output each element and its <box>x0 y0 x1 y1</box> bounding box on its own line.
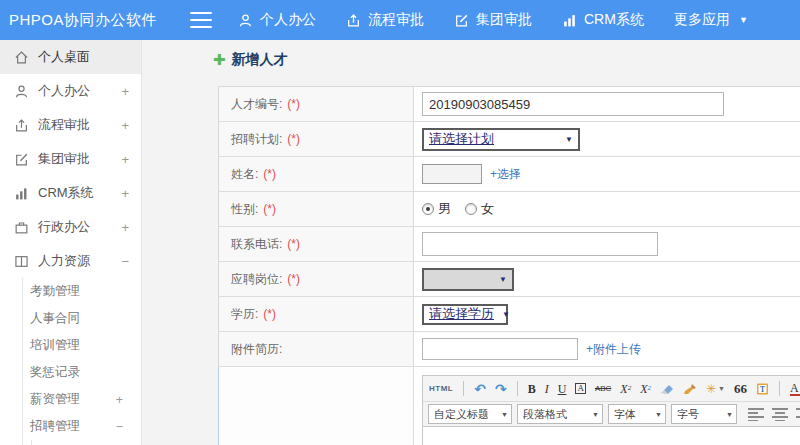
hamburger-menu-icon[interactable] <box>190 12 212 28</box>
caret-down-icon: ▼ <box>726 411 733 418</box>
form-row-position: 应聘岗位:(*) ▼ <box>219 262 800 297</box>
eraser-icon[interactable] <box>660 383 674 395</box>
home-icon <box>14 50 29 65</box>
education-select[interactable]: 请选择学历 ▼ <box>422 304 508 325</box>
expand-minus-icon[interactable]: − <box>121 254 129 269</box>
form-row-name: 姓名:(*) +选择 <box>219 157 800 192</box>
font-color-button[interactable]: A▼ <box>790 382 800 396</box>
field-label: 应聘岗位: <box>231 271 282 288</box>
richtext-content-area[interactable] <box>422 427 800 445</box>
recruit-plan-select[interactable]: 请选择计划 ▼ <box>422 128 580 151</box>
align-left-icon[interactable] <box>748 407 765 421</box>
paste-text-icon[interactable]: T <box>756 382 769 395</box>
caret-down-icon: ▼ <box>499 275 507 284</box>
font-family-select[interactable]: 字体▼ <box>608 404 666 424</box>
nav-crm-system[interactable]: CRM系统 <box>562 11 644 29</box>
align-right-icon[interactable] <box>796 407 800 421</box>
custom-title-select[interactable]: 自定义标题▼ <box>428 404 512 424</box>
font-size-select[interactable]: 字号▼ <box>671 404 737 424</box>
form-row-resume: 附件简历: +附件上传 <box>219 332 800 367</box>
underline-button[interactable]: U <box>558 383 567 395</box>
sidebar-item-group-approval[interactable]: 集团审批 + <box>0 142 141 176</box>
nav-workflow-approval[interactable]: 流程审批 <box>346 11 424 29</box>
field-label: 学历: <box>231 306 258 323</box>
toolbar-separator <box>779 381 780 396</box>
app-logo: PHPOA协同办公软件 <box>0 11 190 30</box>
sidebar-item-personal-office[interactable]: 个人办公 + <box>0 74 141 108</box>
strikethrough-button[interactable]: ABC <box>595 385 611 393</box>
sidebar-item-label: 行政办公 <box>38 218 90 236</box>
field-label: 附件简历: <box>231 341 282 358</box>
align-center-icon[interactable] <box>772 407 789 421</box>
redo-icon[interactable]: ↷ <box>495 382 507 396</box>
resume-file-input[interactable] <box>422 338 578 360</box>
top-navigation: 个人办公 流程审批 集团审批 CRM系统 更多应用 <box>238 11 748 29</box>
paragraph-format-select[interactable]: 段落格式▼ <box>517 404 603 424</box>
font-border-button[interactable]: A <box>575 383 586 394</box>
add-plus-icon: ✚ <box>213 51 226 69</box>
expand-minus-icon[interactable]: − <box>116 420 123 434</box>
sidebar: 个人桌面 个人办公 + 流程审批 + 集团审批 + CRM系统 + 行政办公 + <box>0 40 142 445</box>
alignment-buttons <box>748 407 800 421</box>
expand-plus-icon[interactable]: + <box>121 118 129 133</box>
blockquote-button[interactable]: 66 <box>734 382 747 395</box>
talent-form: 人才编号:(*) 招聘计划:(*) 请选择计划 ▼ 姓名:(*) +选择 性别:… <box>218 86 800 445</box>
talent-id-input[interactable] <box>422 92 724 116</box>
caret-down-icon: ▼ <box>739 15 748 25</box>
nav-group-approval[interactable]: 集团审批 <box>454 11 532 29</box>
edit-icon <box>454 13 469 28</box>
app-header: PHPOA协同办公软件 个人办公 流程审批 集团审批 <box>0 0 800 40</box>
sidebar-item-rewards[interactable]: 奖惩记录 <box>23 359 141 386</box>
nav-label: 更多应用 <box>674 11 730 29</box>
caret-down-icon: ▼ <box>565 135 573 144</box>
caret-down-icon: ▼ <box>592 411 599 418</box>
gender-female-radio[interactable] <box>465 203 477 215</box>
source-html-button[interactable]: HTML <box>429 385 453 393</box>
sidebar-item-crm[interactable]: CRM系统 + <box>0 176 141 210</box>
required-mark: (*) <box>287 237 300 251</box>
phone-input[interactable] <box>422 232 658 256</box>
sidebar-hr-submenu: 考勤管理 人事合同 培训管理 奖惩记录 薪资管理+ 招聘管理− 招聘需求 <box>22 278 141 445</box>
nav-more-apps[interactable]: 更多应用 ▼ <box>674 11 748 29</box>
choose-person-link[interactable]: +选择 <box>490 166 521 183</box>
sidebar-item-recruit-demand[interactable]: 招聘需求 <box>32 440 141 445</box>
field-label: 招聘计划: <box>231 131 282 148</box>
required-mark: (*) <box>263 167 276 181</box>
name-input[interactable] <box>422 164 482 184</box>
auto-typeset-icon[interactable]: ✳▼ <box>706 383 725 395</box>
gender-female-label: 女 <box>481 200 494 218</box>
required-mark: (*) <box>263 307 276 321</box>
workflow-icon <box>346 13 361 28</box>
nav-label: 个人办公 <box>260 11 316 29</box>
attachment-upload-link[interactable]: +附件上传 <box>586 341 641 358</box>
sidebar-item-label: 个人桌面 <box>38 48 90 66</box>
sidebar-item-hr-contract[interactable]: 人事合同 <box>23 305 141 332</box>
expand-plus-icon[interactable]: + <box>121 84 129 99</box>
caret-down-icon: ▼ <box>655 411 662 418</box>
expand-plus-icon[interactable]: + <box>121 220 129 235</box>
nav-label: 流程审批 <box>368 11 424 29</box>
italic-button[interactable]: I <box>545 383 549 395</box>
superscript-button[interactable]: X2 <box>620 383 631 395</box>
briefcase-icon <box>14 220 29 235</box>
undo-icon[interactable]: ↶ <box>474 382 486 396</box>
sidebar-item-attendance[interactable]: 考勤管理 <box>23 278 141 305</box>
position-select[interactable]: ▼ <box>422 268 514 291</box>
expand-plus-icon[interactable]: + <box>121 152 129 167</box>
sidebar-item-recruitment[interactable]: 招聘管理− <box>23 413 141 440</box>
workflow-icon <box>14 118 29 133</box>
expand-plus-icon[interactable]: + <box>116 393 123 407</box>
format-brush-icon[interactable] <box>683 383 697 395</box>
gender-male-radio[interactable] <box>422 203 434 215</box>
expand-plus-icon[interactable]: + <box>121 186 129 201</box>
sidebar-item-personal-desktop[interactable]: 个人桌面 <box>0 40 141 74</box>
sidebar-item-training[interactable]: 培训管理 <box>23 332 141 359</box>
sidebar-item-hr[interactable]: 人力资源 − <box>0 244 141 278</box>
sidebar-item-label: 个人办公 <box>38 82 90 100</box>
sidebar-item-salary[interactable]: 薪资管理+ <box>23 386 141 413</box>
bold-button[interactable]: B <box>528 383 536 395</box>
subscript-button[interactable]: X2 <box>640 383 651 395</box>
sidebar-item-admin-office[interactable]: 行政办公 + <box>0 210 141 244</box>
sidebar-item-workflow-approval[interactable]: 流程审批 + <box>0 108 141 142</box>
nav-personal-office[interactable]: 个人办公 <box>238 11 316 29</box>
